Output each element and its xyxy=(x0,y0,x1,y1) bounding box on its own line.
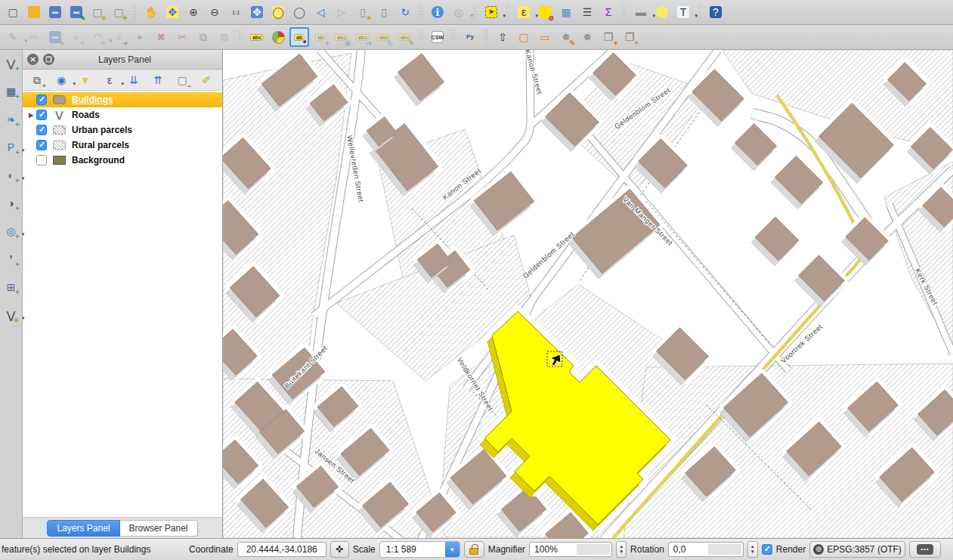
label-pin-button[interactable]: ab● xyxy=(289,27,309,47)
zoom-full-button[interactable]: ✥ xyxy=(247,2,267,22)
zoom-to-selection-button[interactable]: ◯ xyxy=(268,2,288,22)
zoom-native-button[interactable]: 1:1 xyxy=(226,2,246,22)
add-vector-layer-button[interactable]: ⋁+ xyxy=(2,54,20,73)
pan-to-selection-button[interactable]: ✥ xyxy=(162,2,182,22)
crs-status-button[interactable]: ⊕ EPSG:3857 (OTF) xyxy=(809,541,905,558)
add-spatialite-layer-button[interactable]: ❧+ xyxy=(2,110,20,128)
atlas-add-tool-button[interactable]: ❒+ xyxy=(620,27,639,47)
select-by-expression-button[interactable]: ε▾ xyxy=(514,2,534,22)
metasearch-csw-button[interactable]: CSW xyxy=(428,27,447,47)
composer-manager-button[interactable]: ▢✧ xyxy=(109,2,128,22)
layers-panel: ✕ ❐ Layers Panel ⧉+◉▾▼ε▾⇊⇈▢−✐ Buildings▶… xyxy=(23,50,223,538)
add-raster-layer-button[interactable]: ▦+ xyxy=(2,82,20,101)
manage-visibility-button[interactable]: ◉▾ xyxy=(51,70,71,90)
label-properties-button: abc✎ xyxy=(395,27,415,47)
layer-swatch-polygon-tan xyxy=(53,95,66,104)
coordinate-label: Coordinate xyxy=(189,544,234,555)
deselect-all-button[interactable]: ⊘ xyxy=(535,2,555,22)
layer-item-urban-parcels[interactable]: Urban parcels xyxy=(23,122,222,138)
identify-features-button[interactable]: ℹ xyxy=(428,2,447,22)
remove-layer-button[interactable]: ▢− xyxy=(172,70,192,90)
zoom-out-button[interactable]: ⊖ xyxy=(205,2,224,22)
style-brush-button[interactable]: ✐ xyxy=(196,70,216,90)
rotation-input[interactable]: 0,0 xyxy=(668,542,744,557)
scale-combobox[interactable]: 1:1 589 ▼ xyxy=(379,541,460,558)
filter-legend-button[interactable]: ▼ xyxy=(76,70,95,90)
layer-item-roads[interactable]: ▶⋁Roads xyxy=(23,107,222,122)
add-postgis-layer-button[interactable]: P+▾ xyxy=(2,138,20,156)
magnifier-input[interactable]: 100% xyxy=(529,542,612,557)
new-layer-button[interactable]: ⋁✳▾ xyxy=(2,306,20,324)
add-group-button[interactable]: ⧉+ xyxy=(27,70,47,90)
layers-panel-title: Layers Panel xyxy=(59,54,190,65)
collapse-all-button[interactable]: ⇈ xyxy=(148,70,168,90)
label-toolbar-abc-button[interactable]: abc xyxy=(247,27,267,47)
message-log-button[interactable]: ••• xyxy=(909,541,941,558)
wand-tool-button[interactable]: ✵ xyxy=(577,27,597,47)
new-shapefile-layer-button[interactable]: ⊞+ xyxy=(2,278,20,296)
new-bookmark-button[interactable]: ▯✶ xyxy=(353,2,373,22)
python-console-button[interactable]: Py~ xyxy=(460,27,480,47)
show-bookmarks-button[interactable]: ▯ xyxy=(374,2,394,22)
mouse-tracking-button[interactable]: ✜ xyxy=(330,541,349,558)
open-project-button[interactable] xyxy=(24,2,44,22)
rotation-stepper[interactable]: ▲▼ xyxy=(747,541,758,558)
expand-arrow-icon[interactable]: ▶ xyxy=(26,112,36,119)
layer-visibility-checkbox[interactable] xyxy=(36,125,47,135)
add-mssql-layer-button[interactable]: ❜+ xyxy=(2,250,20,268)
layer-label: Roads xyxy=(72,110,100,120)
atlas-refresh-tool-button[interactable]: ❒▾ xyxy=(599,27,618,47)
render-checkbox[interactable] xyxy=(762,544,772,555)
coordinate-input[interactable]: 20.4444,-34.0186 xyxy=(237,542,326,557)
add-wcs-layer-button[interactable]: ◑+ xyxy=(2,194,20,212)
add-wms-layer-button[interactable]: ◐+▾ xyxy=(2,166,20,184)
zoom-to-layer-button[interactable]: ◯ xyxy=(289,2,309,22)
layer-visibility-checkbox[interactable] xyxy=(36,140,47,150)
toolbar-separator xyxy=(132,4,138,20)
north-arrow-tool-button[interactable]: ⇧ xyxy=(493,27,512,47)
select-region-tool-button[interactable]: ▢ xyxy=(514,27,534,47)
scale-lock-button[interactable] xyxy=(464,541,484,558)
add-wfs-layer-button[interactable]: ◎+▾ xyxy=(2,222,20,240)
layer-item-rural-parcels[interactable]: Rural parcels xyxy=(23,138,222,153)
measure-button[interactable]: ▬▾ xyxy=(631,2,651,22)
toggle-editing-button: ✏ xyxy=(24,27,44,47)
text-annotation-button[interactable]: T▾ xyxy=(673,2,693,22)
tab-layers-panel[interactable]: Layers Panel xyxy=(47,520,119,537)
layer-item-background[interactable]: Background xyxy=(23,153,222,168)
chevron-down-icon[interactable]: ▼ xyxy=(445,542,459,557)
filter-by-expression-button[interactable]: ε▾ xyxy=(100,70,119,90)
pan-map-button[interactable]: ✋ xyxy=(141,2,161,22)
extent-frame-tool-button[interactable]: ▭ xyxy=(535,27,555,47)
help-button[interactable]: ? xyxy=(706,2,726,22)
label-visibility-button: abc◉ xyxy=(332,27,351,47)
scale-label: Scale xyxy=(353,544,376,555)
magnifier-stepper[interactable]: ▲▼ xyxy=(616,541,627,558)
zoom-last-button[interactable]: ◁ xyxy=(311,2,330,22)
map-canvas[interactable]: Kanon StreetGeldenblom StreetWellevreden… xyxy=(223,50,953,538)
map-tips-button[interactable] xyxy=(652,2,672,22)
layer-item-buildings[interactable]: Buildings xyxy=(23,92,222,107)
expand-all-button[interactable]: ⇊ xyxy=(124,70,144,90)
layer-visibility-checkbox[interactable] xyxy=(36,155,47,166)
zoom-in-button[interactable]: ⊕ xyxy=(184,2,203,22)
statistics-button[interactable]: Σ xyxy=(599,2,618,22)
layer-list: Buildings▶⋁RoadsUrban parcelsRural parce… xyxy=(23,91,222,517)
refresh-button[interactable]: ↻ xyxy=(395,2,415,22)
wand-edit-tool-button[interactable]: ✵✎ xyxy=(556,27,576,47)
new-project-button[interactable]: ▢ xyxy=(3,2,23,22)
save-project-button[interactable]: ▬ xyxy=(45,2,65,22)
layer-visibility-checkbox[interactable] xyxy=(36,94,47,105)
attribute-table-button[interactable]: ▦ xyxy=(556,2,576,22)
layer-label: Background xyxy=(72,155,125,166)
close-panel-button[interactable]: ✕ xyxy=(27,54,39,65)
new-print-composer-button[interactable]: ▢✶ xyxy=(88,2,107,22)
save-project-as-button[interactable]: ▬✎ xyxy=(67,2,86,22)
layers-panel-titlebar: ✕ ❐ Layers Panel xyxy=(23,50,222,70)
select-features-button[interactable]: ➤▾ xyxy=(481,2,501,22)
tab-browser-panel[interactable]: Browser Panel xyxy=(120,520,198,537)
float-panel-button[interactable]: ❐ xyxy=(43,54,54,65)
layer-visibility-checkbox[interactable] xyxy=(36,110,47,120)
field-calculator-button[interactable]: ☰ xyxy=(577,2,597,22)
label-pie-diagram-button[interactable] xyxy=(268,27,288,47)
